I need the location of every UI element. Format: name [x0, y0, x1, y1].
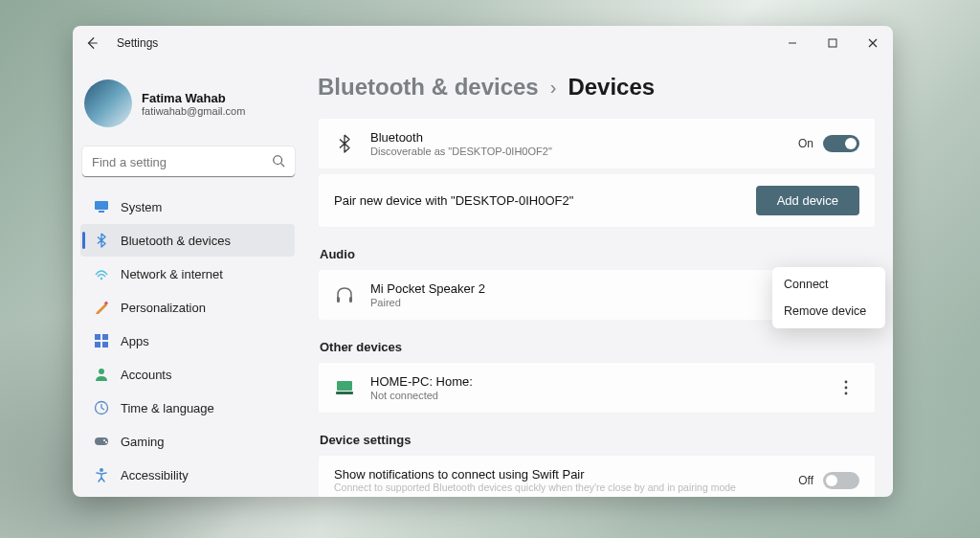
avatar	[84, 79, 132, 127]
menu-item-remove-device[interactable]: Remove device	[772, 298, 885, 325]
maximize-icon	[828, 38, 837, 48]
sidebar-item-network[interactable]: Network & internet	[80, 258, 295, 290]
sidebar-item-personalization[interactable]: Personalization	[80, 291, 295, 324]
bluetooth-text: Bluetooth Discoverable as "DESKTOP-0IH0O…	[370, 130, 798, 157]
menu-item-connect[interactable]: Connect	[772, 271, 885, 298]
svg-rect-1	[829, 39, 836, 47]
device-context-menu: Connect Remove device	[772, 267, 885, 328]
svg-point-19	[100, 468, 103, 472]
svg-point-18	[105, 441, 107, 443]
swift-pair-title: Show notifications to connect using Swif…	[334, 467, 798, 482]
sidebar-item-label: Time & language	[121, 401, 214, 415]
minimize-button[interactable]	[772, 29, 813, 57]
add-device-button[interactable]: Add device	[756, 186, 859, 215]
svg-rect-20	[337, 297, 340, 303]
svg-rect-7	[99, 211, 104, 213]
sidebar-item-label: Network & internet	[121, 267, 223, 281]
sidebar: Fatima Wahab fatiwahab@gmail.com System …	[73, 60, 302, 497]
other-device-status: Not connected	[370, 390, 833, 401]
settings-window: Settings Fatima Wahab fatiwahab@gmail.co…	[73, 26, 893, 497]
main: Bluetooth & devices › Devices Bluetooth …	[302, 60, 893, 497]
audio-device-name: Mi Pocket Speaker 2	[370, 281, 833, 296]
sidebar-item-label: Bluetooth & devices	[121, 234, 231, 248]
swift-pair-toggle-label: Off	[798, 474, 813, 487]
toggle-knob	[826, 475, 837, 486]
search-wrap	[82, 146, 295, 177]
titlebar-left: Settings	[84, 35, 158, 51]
titlebar: Settings	[73, 26, 893, 60]
swift-pair-row: Show notifications to connect using Swif…	[318, 455, 876, 497]
close-button[interactable]	[853, 29, 893, 57]
apps-icon	[94, 333, 109, 348]
svg-point-4	[274, 156, 282, 165]
sidebar-item-gaming[interactable]: Gaming	[80, 425, 295, 458]
system-icon	[94, 199, 109, 214]
sidebar-item-system[interactable]: System	[80, 191, 295, 223]
sidebar-item-time-language[interactable]: Time & language	[80, 392, 295, 424]
headphones-icon	[334, 284, 355, 305]
svg-rect-13	[102, 342, 108, 347]
sidebar-item-apps[interactable]: Apps	[80, 325, 295, 357]
svg-rect-16	[95, 437, 108, 445]
close-icon	[868, 38, 878, 48]
swift-pair-text: Show notifications to connect using Swif…	[334, 467, 798, 493]
profile-text: Fatima Wahab fatiwahab@gmail.com	[142, 91, 245, 117]
window-controls	[772, 29, 893, 57]
pair-text-wrap: Pair new device with "DESKTOP-0IH0OF2"	[334, 193, 756, 208]
breadcrumb-parent[interactable]: Bluetooth & devices	[318, 74, 539, 101]
sidebar-item-privacy[interactable]: Privacy & security	[80, 492, 295, 497]
bluetooth-icon	[94, 233, 109, 248]
computer-icon	[334, 377, 355, 398]
bluetooth-row: Bluetooth Discoverable as "DESKTOP-0IH0O…	[318, 118, 876, 169]
profile-email: fatiwahab@gmail.com	[142, 105, 245, 117]
content: Fatima Wahab fatiwahab@gmail.com System …	[73, 60, 893, 497]
sidebar-item-accessibility[interactable]: Accessibility	[80, 459, 295, 491]
page-title: Devices	[568, 74, 655, 101]
profile[interactable]: Fatima Wahab fatiwahab@gmail.com	[80, 68, 302, 145]
search-input[interactable]	[82, 146, 295, 177]
chevron-right-icon: ›	[550, 77, 557, 99]
time-language-icon	[94, 400, 109, 415]
svg-rect-12	[95, 342, 100, 347]
arrow-left-icon	[85, 36, 99, 50]
other-device-text: HOME-PC: Home: Not connected	[370, 374, 833, 401]
svg-rect-21	[349, 297, 352, 303]
network-icon	[94, 266, 109, 281]
profile-name: Fatima Wahab	[142, 91, 245, 105]
svg-point-29	[845, 392, 848, 395]
svg-rect-26	[336, 392, 353, 394]
back-button[interactable]	[84, 35, 100, 51]
sidebar-item-label: Apps	[121, 334, 149, 348]
bluetooth-toggle[interactable]	[823, 135, 859, 152]
svg-point-14	[99, 369, 104, 374]
audio-device-status: Paired	[370, 297, 833, 308]
bluetooth-title: Bluetooth	[370, 130, 798, 145]
pair-row: Pair new device with "DESKTOP-0IH0OF2" A…	[318, 173, 876, 228]
bluetooth-subtitle: Discoverable as "DESKTOP-0IH0OF2"	[370, 146, 798, 157]
accounts-icon	[94, 367, 109, 382]
search-icon	[272, 154, 285, 171]
sidebar-item-label: Gaming	[121, 435, 165, 449]
svg-point-8	[100, 278, 102, 280]
sidebar-item-label: System	[121, 200, 162, 214]
section-header-audio: Audio	[320, 247, 876, 261]
maximize-button[interactable]	[813, 29, 853, 57]
svg-point-28	[845, 387, 848, 390]
svg-rect-11	[102, 334, 108, 340]
svg-rect-10	[95, 334, 100, 340]
sidebar-item-bluetooth-devices[interactable]: Bluetooth & devices	[80, 224, 295, 257]
swift-pair-toggle[interactable]	[823, 472, 859, 489]
section-header-other: Other devices	[320, 340, 876, 354]
sidebar-item-accounts[interactable]: Accounts	[80, 358, 295, 391]
sidebar-item-label: Accounts	[121, 368, 171, 382]
svg-point-17	[103, 439, 105, 441]
other-device-row[interactable]: HOME-PC: Home: Not connected	[318, 362, 876, 414]
svg-rect-6	[95, 201, 108, 210]
minimize-icon	[788, 38, 797, 48]
svg-line-5	[281, 164, 285, 168]
gaming-icon	[94, 434, 109, 449]
other-device-more-button[interactable]	[833, 374, 859, 401]
swift-pair-subtitle: Connect to supported Bluetooth devices q…	[334, 482, 736, 493]
breadcrumb: Bluetooth & devices › Devices	[318, 64, 876, 118]
toggle-knob	[845, 138, 857, 149]
